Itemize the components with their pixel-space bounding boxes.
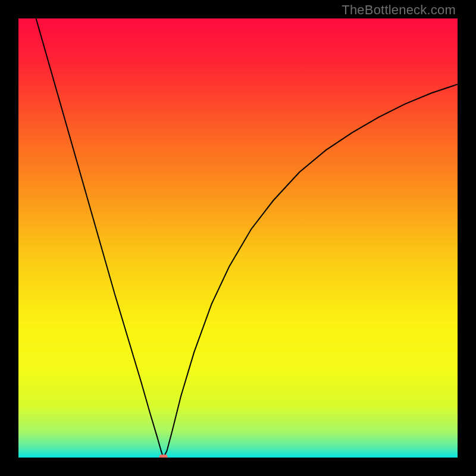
watermark-text: TheBottleneck.com (342, 2, 456, 18)
gradient-background (18, 18, 458, 458)
chart-svg (18, 18, 458, 458)
plot-area (18, 18, 458, 458)
chart-frame: TheBottleneck.com (0, 0, 476, 476)
minimum-marker (159, 455, 168, 458)
